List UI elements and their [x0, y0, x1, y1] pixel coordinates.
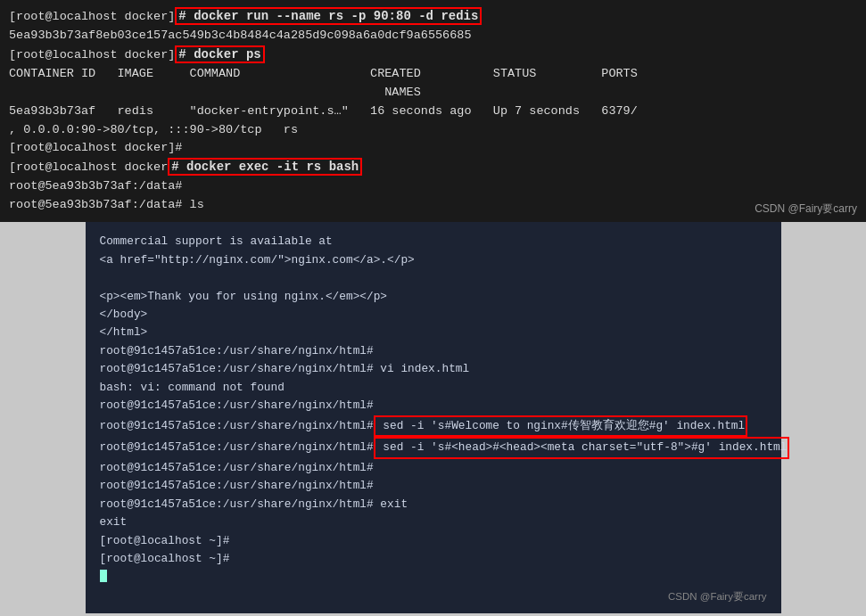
bottom-line-17: [root@localhost ~]#	[100, 532, 767, 550]
bottom-line-16: exit	[100, 513, 767, 531]
top-prompt-7: [root@localhost docker]	[9, 141, 175, 154]
bottom-line-13: root@91c1457a51ce:/usr/share/nginx/html#	[100, 459, 767, 477]
top-cmd-3: # docker ps	[175, 45, 264, 63]
top-cmd-8: # docker exec -it rs bash	[168, 158, 362, 176]
top-line-9: root@5ea93b3b73af:/data#	[9, 177, 857, 196]
terminal-bottom: Commercial support is available at <a hr…	[86, 222, 781, 613]
bottom-line-5: </body>	[100, 306, 767, 324]
top-prompt-3: [root@localhost docker]	[9, 48, 175, 62]
bottom-line-10: root@91c1457a51ce:/usr/share/nginx/html#	[100, 397, 767, 415]
top-line-10: root@5ea93b3b73af:/data# ls	[9, 196, 857, 215]
bottom-line-2: <a href="http://nginx.com/">nginx.com</a…	[100, 251, 767, 269]
terminal-top: [root@localhost docker]# docker run --na…	[0, 0, 866, 222]
top-line-8: [root@localhost docker# docker exec -it …	[9, 158, 857, 177]
top-hash-7: #	[175, 141, 182, 154]
bottom-line-9: bash: vi: command not found	[100, 379, 767, 397]
bottom-line-3	[100, 269, 767, 287]
bottom-cmd-11: sed -i 's#Welcome to nginx#传智教育欢迎您#g' in…	[374, 415, 748, 437]
cursor	[100, 570, 107, 582]
bottom-line-4: <p><em>Thank you for using nginx.</em></…	[100, 288, 767, 306]
top-line-4b: NAMES	[9, 84, 857, 103]
bottom-line-8: root@91c1457a51ce:/usr/share/nginx/html#…	[100, 360, 767, 378]
watermark-top: CSDN @Fairy要carry	[755, 201, 857, 218]
top-cmd-1: # docker run --name rs -p 90:80 -d redis	[175, 7, 482, 25]
bottom-cmd-12: sed -i 's#<head>#<head><meta charset="ut…	[374, 437, 790, 458]
bottom-line-1: Commercial support is available at	[100, 233, 767, 251]
bottom-line-14: root@91c1457a51ce:/usr/share/nginx/html#	[100, 477, 767, 495]
top-prompt-8: [root@localhost docker	[9, 160, 168, 174]
bottom-line-11: root@91c1457a51ce:/usr/share/nginx/html#…	[100, 415, 767, 437]
top-line-2: 5ea93b3b73af8eb03ce157ac549b3c4b8484c4a2…	[9, 27, 857, 45]
bottom-line-7: root@91c1457a51ce:/usr/share/nginx/html#	[100, 342, 767, 360]
watermark-bottom: CSDN @Fairy要carry	[100, 587, 767, 606]
bottom-prompt-11: root@91c1457a51ce:/usr/share/nginx/html#	[100, 419, 374, 432]
top-line-4: CONTAINER ID IMAGE COMMAND CREATED STATU…	[9, 65, 857, 84]
bottom-line-18: [root@localhost ~]#	[100, 550, 767, 568]
top-line-1: [root@localhost docker]# docker run --na…	[9, 7, 857, 27]
top-line-5: 5ea93b3b73af redis "docker-entrypoint.s……	[9, 103, 857, 121]
bottom-line-15: root@91c1457a51ce:/usr/share/nginx/html#…	[100, 496, 767, 513]
top-line-6: , 0.0.0.0:90->80/tcp, :::90->80/tcp rs	[9, 121, 857, 140]
bottom-prompt-12: root@91c1457a51ce:/usr/share/nginx/html#	[100, 440, 374, 454]
top-prompt-1: [root@localhost docker]	[9, 10, 175, 23]
bottom-line-6: </html>	[100, 324, 767, 341]
top-line-3: [root@localhost docker]# docker ps	[9, 45, 857, 65]
terminal-bottom-wrapper: Commercial support is available at <a hr…	[0, 222, 866, 616]
bottom-line-12: root@91c1457a51ce:/usr/share/nginx/html#…	[100, 437, 767, 458]
top-line-7: [root@localhost docker]#	[9, 139, 857, 158]
